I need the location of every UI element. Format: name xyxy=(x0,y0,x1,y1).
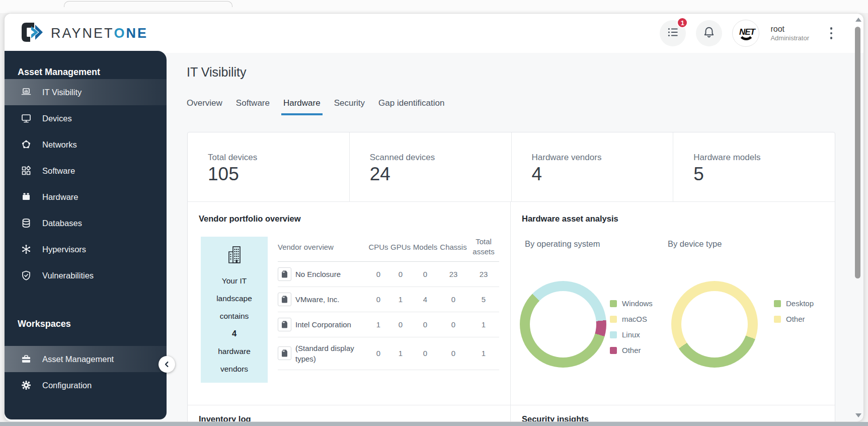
app-grid-icon xyxy=(20,164,33,177)
sidebar-item-devices[interactable]: Devices xyxy=(5,105,167,131)
vendor-table-row[interactable]: VMware, Inc.01405 xyxy=(278,287,499,312)
hardware-box-icon xyxy=(20,190,33,203)
sidebar-item-label: Networks xyxy=(42,140,77,150)
building-icon xyxy=(224,245,245,267)
tab-overview[interactable]: Overview xyxy=(187,98,222,115)
sidebar-item-configuration[interactable]: Configuration xyxy=(5,372,167,398)
donut-hole xyxy=(681,291,748,358)
vendor-models-value: 0 xyxy=(412,349,439,358)
briefcase-icon xyxy=(20,352,33,366)
vendor-total-value: 23 xyxy=(468,270,499,278)
header-actions: 1 NET root Administrator xyxy=(660,20,836,47)
hypervisor-icon xyxy=(20,243,33,256)
vendor-models-value: 4 xyxy=(412,295,439,304)
donut-chart xyxy=(520,281,606,368)
legend-swatch xyxy=(774,300,781,307)
it-landscape-note-line: landscape xyxy=(216,290,252,307)
it-landscape-note: Your ITlandscapecontains4hardwarevendors xyxy=(216,272,252,378)
bottom-edge-strip xyxy=(0,422,868,426)
sidebar-item-hardware[interactable]: Hardware xyxy=(5,184,167,210)
vendor-total-value: 5 xyxy=(468,295,499,304)
chart-legend: WindowsmacOSLinuxOther xyxy=(610,296,653,358)
vendor-cpus-value: 1 xyxy=(367,320,389,329)
vendor-table-row[interactable]: No Enclosure0002323 xyxy=(278,262,499,287)
legend-label: Desktop xyxy=(786,299,814,308)
notifications-button[interactable] xyxy=(696,20,722,46)
security-insights-card: Security insights xyxy=(511,405,835,422)
dashboard-panel: Total devices105Scanned devices24Hardwar… xyxy=(187,132,835,422)
vendor-name: Intel Corporation xyxy=(295,319,351,330)
laptop-chart-icon xyxy=(20,86,33,99)
vendor-table-header: Vendor overviewCPUsGPUsModelsChassisTota… xyxy=(278,237,499,262)
sidebar-item-label: Configuration xyxy=(42,381,92,390)
vendor-total-value: 1 xyxy=(468,349,499,358)
tab-security[interactable]: Security xyxy=(334,98,365,115)
vendor-cpus-value: 0 xyxy=(367,295,389,304)
tab-software[interactable]: Software xyxy=(236,98,270,115)
sidebar-item-label: Hardware xyxy=(42,192,78,202)
legend-label: Linux xyxy=(622,330,640,339)
vertical-scrollbar[interactable] xyxy=(854,17,862,418)
vendor-table-row[interactable]: (Standard display types)01001 xyxy=(278,337,499,370)
task-list-icon xyxy=(666,26,679,41)
vendor-table-col-header: GPUs xyxy=(389,243,412,251)
vendor-name-cell: (Standard display types) xyxy=(278,343,367,364)
vendor-gpus-value: 1 xyxy=(389,349,412,358)
scroll-down-arrow-icon[interactable] xyxy=(855,413,861,417)
scrollbar-thumb[interactable] xyxy=(855,27,860,278)
chart-legend: DesktopOther xyxy=(774,296,814,327)
legend-item-desktop: Desktop xyxy=(774,296,814,311)
user-avatar[interactable]: NET xyxy=(732,20,759,47)
stat-card-scanned-devices: Scanned devices24 xyxy=(350,132,512,201)
enclosure-icon xyxy=(278,267,291,281)
sidebar-nav: Asset ManagementIT VisibilityDevicesNetw… xyxy=(5,51,167,419)
sidebar-item-label: Hypervisors xyxy=(42,245,86,254)
tab-gap-identification[interactable]: Gap identification xyxy=(378,98,444,115)
stat-label: Hardware vendors xyxy=(532,153,673,163)
sidebar-item-databases[interactable]: Databases xyxy=(5,210,167,236)
sidebar-collapse-button[interactable] xyxy=(159,356,175,373)
vendor-table-name-header: Vendor overview xyxy=(278,243,367,251)
hardware-analysis-heading: Hardware asset analysis xyxy=(522,214,835,224)
scroll-up-arrow-icon[interactable] xyxy=(855,18,861,22)
it-landscape-note-line: Your IT xyxy=(216,272,252,290)
vendor-cpus-value: 0 xyxy=(367,270,389,278)
browser-top-strip xyxy=(0,0,868,13)
overflow-menu-button[interactable] xyxy=(826,22,836,44)
sidebar-item-label: IT Visibility xyxy=(42,88,82,97)
vendor-models-value: 0 xyxy=(412,270,439,278)
vendor-chassis-value: 0 xyxy=(439,295,468,304)
hardware-analysis-card: Hardware asset analysis By operating sys… xyxy=(511,202,835,405)
enclosure-icon xyxy=(278,346,291,360)
user-role: Administrator xyxy=(770,34,809,42)
sidebar-item-software[interactable]: Software xyxy=(5,158,167,184)
bell-icon xyxy=(702,26,716,41)
vendor-name: VMware, Inc. xyxy=(295,294,340,305)
sidebar-item-hypervisors[interactable]: Hypervisors xyxy=(5,236,167,262)
page-title: IT Visibility xyxy=(187,65,247,80)
stat-card-hardware-models: Hardware models5 xyxy=(673,132,835,201)
donut-hole xyxy=(530,291,596,358)
sidebar-item-label: Asset Management xyxy=(42,354,114,364)
task-list-button[interactable]: 1 xyxy=(660,20,686,46)
vendor-table-col-header: Models xyxy=(412,243,439,251)
enclosure-icon xyxy=(278,318,291,331)
vendor-name-cell: No Enclosure xyxy=(278,267,367,281)
tab-hardware[interactable]: Hardware xyxy=(283,98,321,115)
legend-swatch xyxy=(774,316,781,323)
legend-item-other: Other xyxy=(610,342,653,358)
network-nodes-icon xyxy=(20,138,33,151)
chart-subtitle: By device type xyxy=(668,239,722,249)
sidebar-item-networks[interactable]: Networks xyxy=(5,131,167,158)
sidebar-item-it-visibility[interactable]: IT Visibility xyxy=(5,79,167,105)
sidebar-item-vulnerabilities[interactable]: Vulnerabilities xyxy=(5,262,167,289)
shield-check-icon xyxy=(20,269,33,282)
legend-label: Windows xyxy=(622,299,653,308)
vendor-chassis-value: 0 xyxy=(439,320,468,329)
sidebar-item-asset-management[interactable]: Asset Management xyxy=(5,346,167,372)
vendor-portfolio-heading: Vendor portfolio overview xyxy=(199,214,510,224)
avatar-logo-arc xyxy=(738,24,754,40)
enclosure-icon xyxy=(278,293,291,306)
vendor-table-row[interactable]: Intel Corporation10001 xyxy=(278,312,499,337)
chart-by-device-type: By device typeDesktopOther xyxy=(662,232,835,405)
